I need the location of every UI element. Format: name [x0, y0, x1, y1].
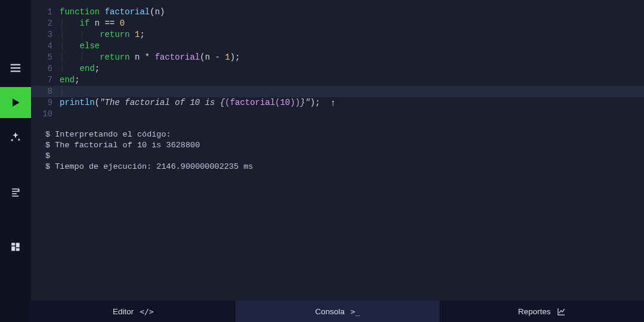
sparkle-icon [10, 131, 21, 143]
outline-button[interactable] [0, 177, 31, 208]
tab-console[interactable]: Consola >_ [236, 301, 440, 322]
tab-label: Reportes [518, 307, 551, 316]
code-editor[interactable]: 1 2 3 4 5 6 7 8 9 10 function factorial(… [31, 0, 644, 120]
code-content[interactable]: function factorial(n) | if n == 0 | | re… [60, 7, 644, 120]
line-gutter: 1 2 3 4 5 6 7 8 9 10 [31, 7, 60, 120]
console-output[interactable]: $ Interpretando el código: $ The factori… [31, 120, 644, 172]
ai-button[interactable] [0, 122, 31, 153]
line-number: 1 [31, 7, 52, 18]
current-line-highlight [31, 86, 644, 97]
svg-marker-3 [13, 98, 20, 106]
tab-label: Consola [315, 307, 345, 316]
menu-icon [9, 61, 22, 75]
line-number: 10 [31, 109, 52, 120]
tab-editor[interactable]: Editor </> [31, 301, 236, 322]
main-area: 1 2 3 4 5 6 7 8 9 10 function factorial(… [31, 0, 644, 322]
play-icon [10, 97, 21, 109]
console-line: $ Interpretando el código: [45, 129, 630, 140]
svg-rect-9 [16, 243, 20, 247]
outline-icon [10, 187, 21, 198]
bottom-tab-bar: Editor </> Consola >_ Reportes [31, 301, 644, 322]
line-number: 7 [31, 75, 52, 86]
menu-button[interactable] [0, 52, 31, 83]
line-number: 4 [31, 41, 52, 52]
svg-rect-10 [11, 246, 15, 251]
tab-reports[interactable]: Reportes [439, 301, 644, 322]
line-number: 2 [31, 18, 52, 29]
grid-icon [10, 242, 21, 252]
chart-icon [557, 307, 566, 316]
svg-rect-11 [16, 248, 20, 251]
dashboard-button[interactable] [0, 231, 31, 262]
console-line: $ The factorial of 10 is 3628800 [45, 140, 630, 151]
line-number: 5 [31, 52, 52, 63]
line-number: 3 [31, 29, 52, 41]
svg-rect-8 [11, 243, 15, 246]
cursor-arrow-icon: ↑ [330, 99, 336, 108]
run-button[interactable] [0, 87, 31, 118]
line-number: 6 [31, 63, 52, 75]
console-line: $ Tiempo de ejecución: 2146.900000002235… [45, 162, 630, 172]
line-number: 9 [31, 97, 52, 109]
terminal-icon: >_ [351, 307, 360, 316]
sidebar [0, 0, 31, 322]
tab-label: Editor [113, 307, 134, 316]
code-icon: </> [140, 307, 153, 316]
console-line: $ [45, 151, 630, 162]
